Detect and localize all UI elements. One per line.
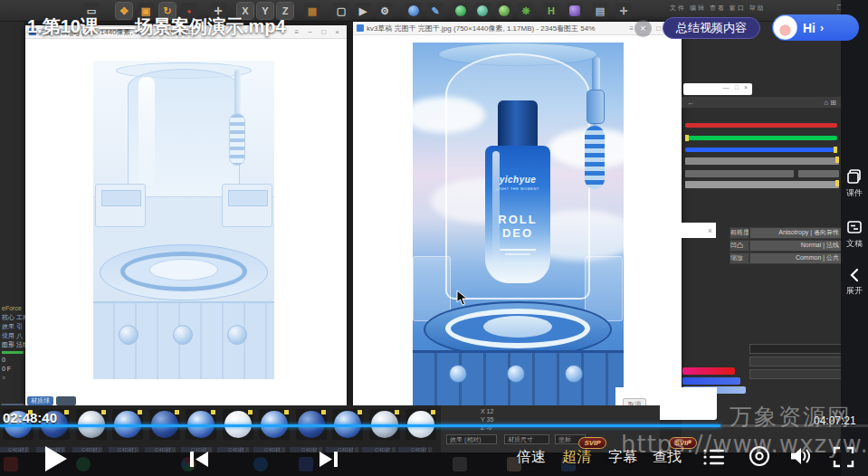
image-viewer-right: kv3草稿 完图干 完图干.jpg (750×1440像素, 1.17MB) -… <box>353 22 682 405</box>
sidebar-item-transcript[interactable]: 文稿 <box>841 219 868 250</box>
back-icon[interactable]: ← <box>687 99 694 107</box>
field-icon[interactable] <box>474 3 491 19</box>
mograph-icon[interactable] <box>453 3 469 19</box>
sidebar-item-courseware[interactable]: 课件 <box>841 168 868 199</box>
material-tab-2[interactable] <box>56 396 76 405</box>
os-taskbar <box>0 452 868 476</box>
right-window-titlebar[interactable]: kv3草稿 完图干 完图干.jpg (750×1440像素, 1.17MB) -… <box>353 22 682 35</box>
pen-icon[interactable]: ✎ <box>427 3 444 19</box>
taskbar-app-icon[interactable] <box>253 457 268 471</box>
grid-array-icon[interactable]: ▤ <box>592 3 608 19</box>
coordinates-panel: X 12 Y 35 Z -0 效果 (相对) 材质尺寸 坐标 <box>441 405 660 452</box>
timeline-track-red[interactable] <box>685 123 837 128</box>
material-channel-row[interactable]: 粗糙度 Anisotropy | 各向异性 <box>730 227 842 239</box>
current-time: 02:48:40 <box>3 410 57 425</box>
video-title: 1.第10课——场景案例演示.mp4 <box>27 14 286 39</box>
gradient-ramp-blue[interactable] <box>682 377 740 385</box>
fullscreen-icon[interactable] <box>833 446 854 468</box>
material-tab[interactable]: 材质球 <box>27 396 53 405</box>
scene-render-bottle: yichyue LIGHT THE MOMENT ROLL DEO <box>413 43 624 405</box>
console-right <box>222 184 272 227</box>
material-channel-row[interactable]: 缩放 Common | 公共 <box>730 252 842 264</box>
console-left <box>95 184 146 227</box>
amethyst-icon[interactable] <box>567 3 583 19</box>
subtitle-button[interactable]: 字幕 <box>608 448 637 467</box>
bottle-product-name: ROLL DEO <box>485 213 550 240</box>
ai-assistant-button[interactable]: Hi › <box>772 14 859 41</box>
file-icon <box>357 24 364 32</box>
timeline-track-gray[interactable] <box>685 157 839 165</box>
playlist-icon[interactable] <box>702 447 726 467</box>
taskbar-app-icon[interactable] <box>4 457 18 471</box>
floating-palette-titlebar[interactable]: — □ × <box>683 83 752 95</box>
volume-icon[interactable] <box>789 445 813 467</box>
taskbar-app-icon[interactable] <box>299 457 313 471</box>
scene-render-empty <box>93 61 274 379</box>
find-button[interactable]: 查找 <box>653 448 682 467</box>
record-screen-icon[interactable] <box>748 444 771 468</box>
total-duration: 04:07:21 <box>814 414 856 427</box>
screen: ▭ ✥ ▣ ↻ ● ✛ X Y Z ▦ ▢ ▶ ⚙ ✎ ❋ H ▤ ✛ 文件 编… <box>0 0 868 476</box>
small-popup[interactable]: × <box>665 223 716 238</box>
transcript-icon <box>846 219 863 235</box>
effect-dropdown[interactable]: 效果 (相对) <box>446 434 497 444</box>
tracer-icon[interactable]: H <box>543 3 559 19</box>
timeline-track-gray4[interactable] <box>685 181 839 188</box>
render-settings-icon[interactable]: ⚙ <box>377 3 393 19</box>
left-window-controls[interactable]: ≡ − □ × <box>294 28 343 36</box>
previous-episode-button[interactable] <box>188 450 210 469</box>
left-image-canvas[interactable] <box>25 39 347 407</box>
timeline-track-blue[interactable] <box>685 148 837 152</box>
assistant-label: Hi <box>803 21 816 35</box>
progress-bar[interactable] <box>0 424 868 427</box>
simulate-icon[interactable]: ❋ <box>518 3 534 19</box>
cube-icon[interactable] <box>405 3 422 19</box>
next-episode-button[interactable] <box>318 450 339 469</box>
summarize-video-button[interactable]: 总结视频内容 <box>663 17 760 39</box>
add-icon[interactable]: ✛ <box>615 3 632 19</box>
material-channel-row[interactable]: 凹凸 Normal | 法线 <box>730 240 842 252</box>
c4d-menubar: 文件 编辑 查看 窗口 帮助 <box>670 4 766 13</box>
svip-badge: SVIP <box>578 437 606 449</box>
render-view-icon[interactable]: ▢ <box>333 3 349 19</box>
bottle-brand: yichyue <box>485 175 550 185</box>
panel-icons[interactable]: ⌂ ⊞ <box>824 99 836 107</box>
bottle-cap <box>498 100 538 149</box>
chevron-right-icon: › <box>820 22 824 34</box>
assistant-avatar <box>773 15 797 40</box>
coords-system-icon[interactable]: ▦ <box>304 3 320 19</box>
speed-button[interactable]: 倍速 <box>517 448 546 467</box>
timeline-track-green[interactable] <box>685 136 837 140</box>
render-icon[interactable]: ▶ <box>355 3 371 19</box>
coord-x: X 12 <box>481 407 493 415</box>
progress-green-bar <box>2 351 24 354</box>
bottle-brand-sub: LIGHT THE MOMENT <box>485 186 550 191</box>
player-sidebar: 课件 文稿 展开 <box>841 0 868 476</box>
taskbar-app-icon[interactable] <box>453 457 467 471</box>
chevron-left-icon <box>848 268 861 282</box>
coord-y: Y 35 <box>481 415 493 424</box>
overlay-close-button[interactable]: × <box>634 20 652 37</box>
play-button[interactable] <box>42 445 69 472</box>
right-window-title: kv3草稿 完图干 完图干.jpg (750×1440像素, 1.17MB) -… <box>367 24 629 33</box>
timeline-toolbar: ← ⌂ ⊞ <box>682 97 842 108</box>
quality-button[interactable]: 超清 <box>562 448 591 467</box>
sidebar-item-expand[interactable]: 展开 <box>841 268 868 297</box>
image-viewer-left: 完图测试.jpg (750×1440像素, 42%) - 2345看图王 ≡ −… <box>25 25 347 407</box>
volume-builder-icon[interactable] <box>496 3 512 19</box>
taskbar-app-icon[interactable] <box>76 457 91 471</box>
progress-played <box>0 424 720 427</box>
timeline-track-gray2[interactable] <box>685 170 794 177</box>
right-image-canvas[interactable]: yichyue LIGHT THE MOMENT ROLL DEO <box>353 35 682 405</box>
timeline-track-gray3[interactable] <box>798 170 839 177</box>
coil-tube <box>585 126 605 189</box>
attribute-list: eForce 核心 工程 效果 引 使用 八 图形 法线 0 0 F ≡ <box>2 304 25 383</box>
material-manager-tabs: 材质球 <box>27 396 76 405</box>
close-icon[interactable]: × <box>708 226 712 235</box>
coil-tube <box>229 113 245 166</box>
gradient-ramp-red[interactable] <box>682 367 735 375</box>
courseware-icon <box>846 168 863 185</box>
size-dropdown[interactable]: 材质尺寸 <box>504 434 549 444</box>
